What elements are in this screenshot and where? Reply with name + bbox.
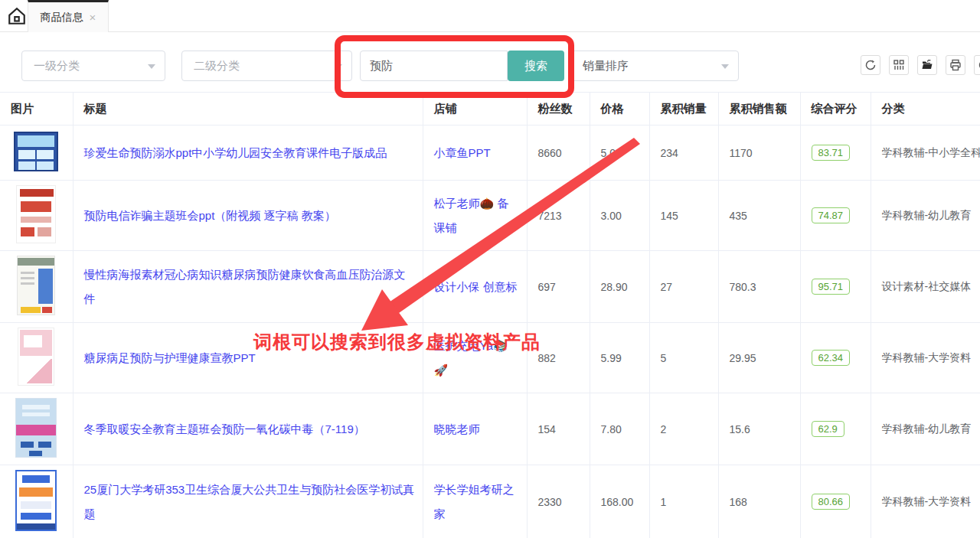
cell-amount: 15.6 bbox=[718, 393, 800, 465]
cell-amount: 435 bbox=[718, 181, 800, 251]
product-thumbnail[interactable] bbox=[14, 132, 58, 171]
cell-score: 80.66 bbox=[800, 465, 871, 538]
cell-sales: 2 bbox=[649, 393, 718, 465]
cell-sales: 5 bbox=[649, 323, 718, 393]
level2-category-placeholder: 二级分类 bbox=[194, 59, 240, 73]
home-icon bbox=[7, 17, 27, 28]
search-input[interactable] bbox=[360, 51, 508, 81]
cell-image bbox=[0, 126, 73, 181]
shop-link[interactable]: 学长学姐考研之家 bbox=[434, 483, 514, 520]
product-thumbnail[interactable] bbox=[18, 328, 54, 386]
col-header-price: 价格 bbox=[590, 93, 649, 126]
col-header-fans: 粉丝数 bbox=[527, 93, 590, 126]
cell-score: 74.87 bbox=[800, 181, 871, 251]
level1-category-select[interactable]: 一级分类 bbox=[21, 51, 165, 81]
product-thumbnail[interactable] bbox=[15, 470, 57, 531]
product-thumbnail[interactable] bbox=[16, 185, 56, 243]
home-button[interactable] bbox=[6, 6, 28, 28]
table-row: 慢性病海报素材冠心病知识糖尿病预防健康饮食高血压防治源文件 设计小保 创意标 6… bbox=[0, 251, 980, 323]
cell-amount: 1170 bbox=[718, 126, 800, 181]
cell-fans: 2330 bbox=[527, 465, 590, 538]
level2-category-select[interactable]: 二级分类 bbox=[181, 51, 352, 81]
product-thumbnail[interactable] bbox=[15, 398, 57, 458]
tab-bar: 商品信息 × bbox=[0, 0, 980, 32]
cell-score: 62.34 bbox=[800, 323, 871, 393]
cell-price: 3.00 bbox=[590, 181, 649, 251]
col-header-category: 分类 bbox=[871, 93, 980, 126]
column-settings-button[interactable] bbox=[889, 55, 909, 75]
export-button[interactable] bbox=[917, 55, 937, 75]
cell-fans: 154 bbox=[527, 393, 590, 465]
print-button[interactable] bbox=[946, 55, 965, 75]
product-title-link[interactable]: 冬季取暖安全教育主题班会预防一氧化碳中毒（7-119） bbox=[84, 422, 365, 435]
tab-product-info[interactable]: 商品信息 × bbox=[28, 0, 109, 32]
cell-image bbox=[0, 251, 73, 323]
chevron-down-icon bbox=[148, 64, 155, 69]
table-row: 冬季取暖安全教育主题班会预防一氧化碳中毒（7-119） 晓晓老师 154 7.8… bbox=[0, 393, 980, 465]
cell-price: 5.99 bbox=[590, 323, 649, 393]
cell-amount: 168 bbox=[718, 465, 800, 538]
shop-link[interactable]: 医护充电Ya📚 🚀 bbox=[434, 339, 508, 377]
cell-price: 5.00 bbox=[590, 126, 649, 181]
cell-title: 预防电信诈骗主题班会ppt（附视频 逐字稿 教案） bbox=[73, 181, 423, 251]
cell-category: 学科教辅-中小学全科 bbox=[871, 126, 980, 181]
score-badge: 95.71 bbox=[812, 279, 851, 295]
cell-sales: 27 bbox=[649, 251, 718, 323]
cell-score: 83.71 bbox=[800, 126, 871, 181]
cell-price: 28.90 bbox=[590, 251, 649, 323]
product-title-link[interactable]: 预防电信诈骗主题班会ppt（附视频 逐字稿 教案） bbox=[84, 209, 336, 222]
close-icon[interactable]: × bbox=[90, 11, 96, 23]
level1-category-placeholder: 一级分类 bbox=[34, 59, 80, 73]
print-icon bbox=[949, 59, 962, 71]
search-button[interactable]: 搜索 bbox=[508, 51, 564, 81]
shop-link[interactable]: 小章鱼PPT bbox=[434, 146, 491, 159]
sort-select[interactable]: 销量排序 bbox=[570, 51, 739, 81]
cell-category: 学科教辅-幼儿教育 bbox=[871, 393, 980, 465]
cell-shop: 学长学姐考研之家 bbox=[423, 465, 527, 538]
cell-score: 95.71 bbox=[800, 251, 871, 323]
product-title-link[interactable]: 糖尿病足预防与护理健康宣教PPT bbox=[84, 351, 256, 364]
shop-link[interactable]: 松子老师🌰 备课铺 bbox=[434, 197, 509, 234]
table-body: 珍爱生命预防溺水ppt中小学幼儿园安全教育课件电子版成品 小章鱼PPT 8660… bbox=[0, 126, 980, 538]
shop-link[interactable]: 晓晓老师 bbox=[434, 422, 480, 435]
score-badge: 74.87 bbox=[812, 207, 851, 223]
chevron-down-icon bbox=[721, 64, 729, 69]
col-header-score: 综合评分 bbox=[800, 93, 871, 126]
refresh-button[interactable] bbox=[861, 55, 880, 75]
cell-fans: 8660 bbox=[527, 126, 590, 181]
cell-title: 冬季取暖安全教育主题班会预防一氧化碳中毒（7-119） bbox=[73, 393, 423, 465]
cell-shop: 晓晓老师 bbox=[423, 393, 527, 465]
table-row: 25厦门大学考研353卫生综合厦大公共卫生与预防社会医学初试真题 学长学姐考研之… bbox=[0, 465, 980, 538]
product-title-link[interactable]: 珍爱生命预防溺水ppt中小学幼儿园安全教育课件电子版成品 bbox=[84, 146, 387, 159]
col-header-sales: 累积销量 bbox=[649, 93, 718, 126]
cell-sales: 145 bbox=[649, 181, 718, 251]
cell-sales: 234 bbox=[649, 126, 718, 181]
cell-shop: 设计小保 创意标 bbox=[423, 251, 527, 323]
score-badge: 62.34 bbox=[812, 350, 851, 366]
extra-tool-button[interactable] bbox=[974, 55, 980, 75]
table-row: 预防电信诈骗主题班会ppt（附视频 逐字稿 教案） 松子老师🌰 备课铺 7213… bbox=[0, 181, 980, 251]
shop-link[interactable]: 设计小保 创意标 bbox=[434, 280, 518, 293]
product-thumbnail[interactable] bbox=[17, 256, 55, 315]
cell-category: 学科教辅-幼儿教育 bbox=[871, 181, 980, 251]
filter-bar: 一级分类 二级分类 搜索 销量排序 bbox=[0, 32, 980, 92]
score-badge: 83.71 bbox=[812, 145, 851, 161]
cell-price: 7.80 bbox=[590, 393, 649, 465]
sort-select-value: 销量排序 bbox=[583, 59, 629, 73]
column-settings-icon bbox=[893, 59, 905, 71]
product-title-link[interactable]: 慢性病海报素材冠心病知识糖尿病预防健康饮食高血压防治源文件 bbox=[84, 268, 406, 305]
score-badge: 80.66 bbox=[812, 494, 851, 510]
col-header-shop: 店铺 bbox=[423, 93, 527, 126]
col-header-image: 图片 bbox=[0, 93, 73, 126]
cell-amount: 780.3 bbox=[718, 251, 800, 323]
cell-category: 设计素材-社交媒体 bbox=[871, 251, 980, 323]
product-title-link[interactable]: 25厦门大学考研353卫生综合厦大公共卫生与预防社会医学初试真题 bbox=[84, 483, 415, 520]
cell-image bbox=[0, 323, 73, 393]
product-table: 图片 标题 店铺 粉丝数 价格 累积销量 累积销售额 综合评分 分类 珍爱生命预… bbox=[0, 92, 980, 538]
cell-fans: 697 bbox=[527, 251, 590, 323]
score-badge: 62.9 bbox=[812, 421, 844, 437]
cell-title: 珍爱生命预防溺水ppt中小学幼儿园安全教育课件电子版成品 bbox=[73, 126, 423, 181]
cell-amount: 29.95 bbox=[718, 323, 800, 393]
cell-shop: 医护充电Ya📚 🚀 bbox=[423, 323, 527, 393]
cell-sales: 1 bbox=[649, 465, 718, 538]
